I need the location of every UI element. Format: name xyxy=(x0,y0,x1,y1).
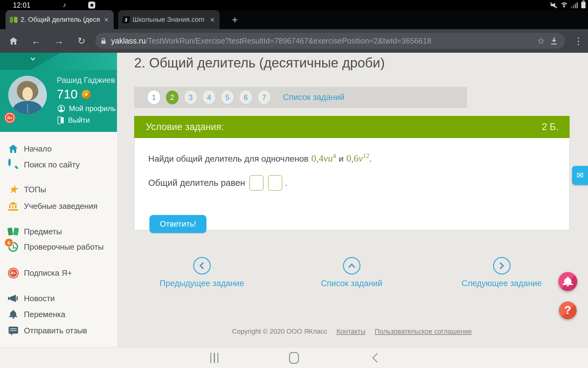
mute-icon xyxy=(550,2,557,9)
wifi-icon xyxy=(560,2,568,8)
task-list-button[interactable]: Список заданий xyxy=(303,257,401,288)
answer-row: Общий делитель равен . xyxy=(148,175,287,191)
user-name: Рашид Гаджиев xyxy=(57,75,115,85)
forward-button[interactable]: → xyxy=(51,29,67,53)
page-circle-1[interactable]: 1 xyxy=(148,90,160,104)
sidebar-item-news[interactable]: Новости xyxy=(8,290,55,306)
home-icon xyxy=(9,145,18,153)
next-task-button[interactable]: Следующее задание xyxy=(453,257,551,288)
answer-input-1[interactable] xyxy=(249,175,264,191)
task-body: Найди общий делитель для одночленов 0,4v… xyxy=(134,138,570,230)
android-home-button[interactable] xyxy=(282,347,306,368)
sidebar-item-label: Предметы xyxy=(24,227,62,236)
reload-button[interactable]: ↻ xyxy=(74,29,89,53)
page-circle-4[interactable]: 4 xyxy=(203,90,215,104)
next-task-label: Следующее задание xyxy=(453,279,551,288)
notifications-fab[interactable] xyxy=(558,272,577,291)
submit-button[interactable]: Ответить! xyxy=(149,215,206,233)
contacts-link[interactable]: Контакты xyxy=(336,328,365,335)
page-circle-5[interactable]: 5 xyxy=(221,90,234,104)
tests-count-badge: 6 xyxy=(5,239,13,247)
task-points: 2 Б. xyxy=(542,121,559,132)
bell-icon xyxy=(9,310,17,319)
chat-bubble-icon xyxy=(9,327,18,334)
page-circle-2-active[interactable]: 2 xyxy=(166,90,179,104)
sidebar-item-label: Начало xyxy=(24,144,52,154)
feedback-envelope-tab[interactable]: ✉ xyxy=(572,166,588,185)
prev-task-button[interactable]: Предыдущее задание xyxy=(153,257,251,288)
avatar[interactable] xyxy=(8,76,47,114)
envelope-icon: ✉ xyxy=(577,171,584,180)
sidebar: Я+ Рашид Гаджиев 710 ★ Мой профиль Выйти xyxy=(0,53,117,347)
screen: 12:01 ♪ 2. Общий делитель (деся × 3 Школ… xyxy=(0,0,588,368)
new-tab-button[interactable]: + xyxy=(228,13,242,27)
sidebar-item-subjects[interactable]: Предметы xyxy=(8,224,62,240)
tab-title: Школьные Знания.com - xyxy=(133,16,206,24)
page-circle-6[interactable]: 6 xyxy=(239,90,252,104)
page-circle-7[interactable]: 7 xyxy=(258,90,270,104)
sidebar-item-label: Отправить отзыв xyxy=(24,326,87,335)
task-question: Найди общий делитель для одночленов 0,4v… xyxy=(148,152,372,164)
ya-plus-icon: Я+ xyxy=(8,268,19,278)
bookmark-star-icon[interactable]: ☆ xyxy=(537,36,545,46)
chevron-left-circle-icon[interactable] xyxy=(193,257,211,274)
bank-icon xyxy=(8,202,18,211)
ya-plus-badge: Я+ xyxy=(4,112,15,123)
tab-title: 2. Общий делитель (деся xyxy=(21,16,100,24)
bell-icon xyxy=(563,277,573,286)
sidebar-item-label: Проверочные работы xyxy=(24,242,104,252)
question-mark-icon: ? xyxy=(564,304,571,317)
tab-znania[interactable]: 3 Школьные Знания.com - × xyxy=(118,10,220,29)
sidebar-item-break[interactable]: Переменка xyxy=(8,306,65,322)
score-star-icon: ★ xyxy=(82,90,91,99)
chevron-up-circle-icon[interactable] xyxy=(343,257,360,274)
search-icon xyxy=(8,160,18,170)
answer-label: Общий делитель равен xyxy=(148,178,245,188)
download-icon[interactable] xyxy=(551,37,557,44)
logout-link[interactable]: Выйти xyxy=(58,116,90,125)
help-fab[interactable]: ? xyxy=(559,301,577,319)
tab-strip: 2. Общий делитель (деся × 3 Школьные Зна… xyxy=(0,10,588,29)
overflow-menu-icon[interactable]: ⋮ xyxy=(571,29,586,53)
home-button[interactable] xyxy=(6,29,21,53)
my-profile-link[interactable]: Мой профиль xyxy=(58,104,116,113)
tab-yaklass[interactable]: 2. Общий делитель (деся × xyxy=(6,10,114,29)
profile-card: Я+ Рашид Гаджиев 710 ★ Мой профиль Выйти xyxy=(0,70,117,132)
recents-button[interactable] xyxy=(202,347,227,368)
sidebar-item-home[interactable]: Начало xyxy=(8,141,52,157)
status-bar: 12:01 ♪ xyxy=(0,0,588,10)
close-icon[interactable]: × xyxy=(104,16,109,24)
sidebar-item-feedback[interactable]: Отправить отзыв xyxy=(8,323,87,339)
url-domain: yaklass.ru xyxy=(111,36,146,45)
sidebar-item-search[interactable]: Поиск по сайту xyxy=(8,157,80,173)
sidebar-item-schools[interactable]: Учебные заведения xyxy=(8,198,97,214)
agreement-link[interactable]: Пользовательское соглашение xyxy=(375,328,472,335)
monomial-2: 0,6v12 xyxy=(346,152,369,164)
url-bar[interactable]: yaklass.ru/TestWorkRun/Exercise?testResu… xyxy=(95,33,565,49)
exit-door-icon xyxy=(58,117,64,124)
sidebar-item-tops[interactable]: ★ ТОПы xyxy=(8,182,46,197)
close-icon[interactable]: × xyxy=(209,16,215,24)
answer-suffix: . xyxy=(285,178,287,188)
star-icon: ★ xyxy=(8,184,18,195)
lock-icon xyxy=(101,38,106,44)
footer: Copyright © 2020 ООО ЯКласс Контакты Пол… xyxy=(134,328,570,335)
url-path: /TestWorkRun/Exercise?testResultId=78967… xyxy=(146,36,432,45)
task-header: Условие задания: 2 Б. xyxy=(134,116,570,138)
person-icon xyxy=(58,105,65,112)
sidebar-item-subscription[interactable]: Я+ Подписка Я+ xyxy=(8,265,72,281)
answer-input-2[interactable] xyxy=(268,175,282,191)
page-circle-3[interactable]: 3 xyxy=(184,90,197,104)
score-value: 710 xyxy=(57,87,77,102)
chevron-right-circle-icon[interactable] xyxy=(493,257,511,274)
yaklass-favicon-icon xyxy=(10,17,17,23)
user-score: 710 ★ xyxy=(57,87,91,102)
exercise-pagination: 1 2 3 4 5 6 7 Список заданий xyxy=(134,87,467,108)
task-list-link[interactable]: Список заданий xyxy=(283,93,345,102)
android-back-button[interactable] xyxy=(364,347,388,368)
back-button[interactable]: ← xyxy=(28,29,44,53)
copyright: Copyright © 2020 ООО ЯКласс xyxy=(232,328,327,335)
sidebar-item-tests[interactable]: 6 Проверочные работы xyxy=(8,239,104,255)
url-text[interactable]: yaklass.ru/TestWorkRun/Exercise?testResu… xyxy=(111,36,531,45)
books-icon xyxy=(8,227,19,236)
